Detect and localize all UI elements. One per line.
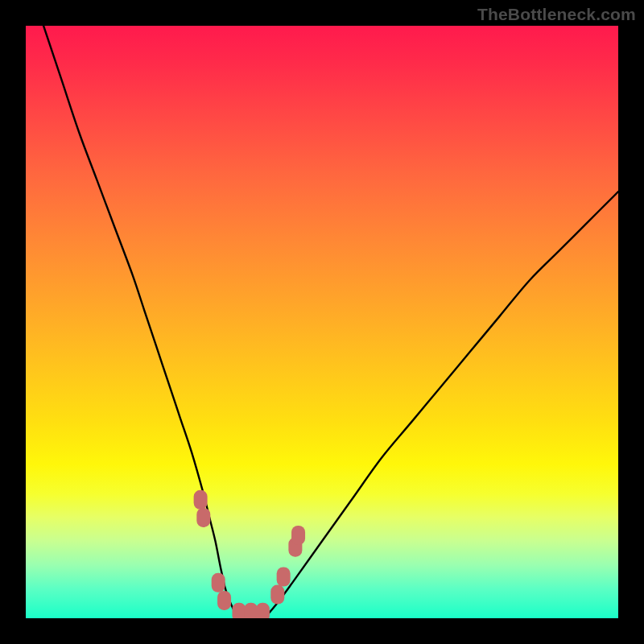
chart-marker — [277, 567, 291, 586]
chart-svg — [26, 26, 618, 618]
brand-watermark: TheBottleneck.com — [477, 5, 636, 24]
chart-marker — [270, 585, 284, 605]
chart-marker — [194, 490, 208, 510]
chart-marker — [244, 603, 258, 618]
chart-marker — [217, 591, 231, 610]
chart-marker — [196, 508, 210, 527]
bottleneck-curve-line — [43, 26, 618, 618]
chart-marker — [291, 526, 305, 545]
chart-plot-area — [26, 26, 618, 618]
chart-frame: TheBottleneck.com — [0, 0, 644, 644]
chart-marker — [212, 573, 225, 592]
chart-markers — [194, 490, 305, 618]
chart-marker — [256, 603, 270, 618]
chart-marker — [232, 603, 246, 618]
